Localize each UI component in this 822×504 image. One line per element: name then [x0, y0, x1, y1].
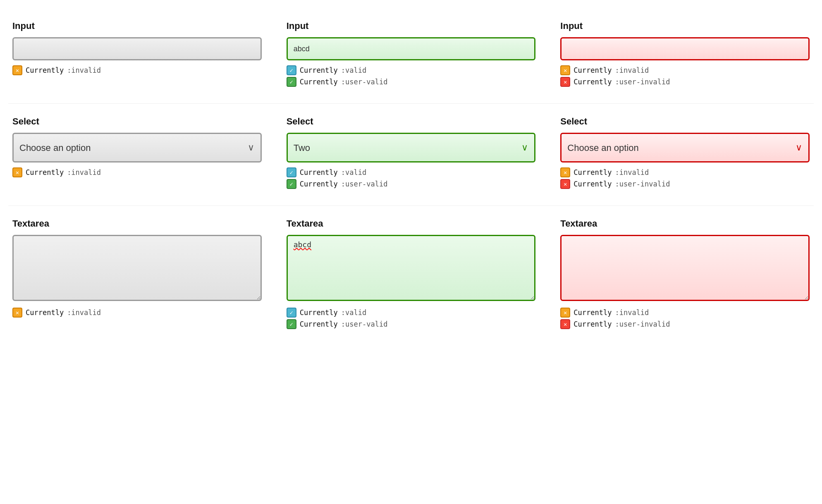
status-pseudo-textarea-valid-0: :valid — [341, 308, 366, 317]
status-list-textarea-neutral: ✕Currently :invalid — [12, 308, 262, 318]
textarea-field-textarea-neutral[interactable] — [12, 235, 262, 301]
section-title-select-user-invalid: Select — [560, 116, 810, 127]
status-badge-input-neutral-0: ✕ — [12, 65, 22, 75]
status-list-select-valid: ✓Currently :valid✓Currently :user-valid — [287, 167, 536, 189]
section-title-input-user-invalid: Input — [560, 21, 810, 31]
status-badge-select-valid-1: ✓ — [287, 179, 296, 189]
status-item-select-user-invalid-1: ✕Currently :user-invalid — [560, 179, 810, 189]
status-badge-select-user-invalid-0: ✕ — [560, 167, 570, 177]
status-pseudo-input-valid-1: :user-valid — [341, 78, 388, 86]
section-title-select-valid: Select — [287, 116, 536, 127]
select-wrapper-select-valid: Choose an optionOneTwoThree∨ — [287, 133, 536, 162]
status-pseudo-input-valid-0: :valid — [341, 66, 366, 74]
status-pseudo-input-user-invalid-1: :user-invalid — [615, 78, 670, 86]
section-title-input-valid: Input — [287, 21, 536, 31]
status-text-input-valid-0: Currently — [300, 66, 338, 74]
status-pseudo-select-user-invalid-1: :user-invalid — [615, 180, 670, 188]
select-wrapper-select-neutral: Choose an optionOneTwoThree∨ — [12, 133, 262, 162]
status-text-textarea-user-invalid-0: Currently — [573, 308, 612, 317]
status-badge-input-valid-1: ✓ — [287, 77, 296, 87]
status-pseudo-select-user-invalid-0: :invalid — [615, 168, 649, 177]
section-title-select-neutral: Select — [12, 116, 262, 127]
status-list-select-neutral: ✕Currently :invalid — [12, 167, 262, 177]
status-badge-select-valid-0: ✓ — [287, 167, 296, 177]
status-text-input-valid-1: Currently — [300, 78, 338, 86]
status-badge-textarea-valid-0: ✓ — [287, 308, 296, 318]
status-item-textarea-valid-0: ✓Currently :valid — [287, 308, 536, 318]
status-item-select-neutral-0: ✕Currently :invalid — [12, 167, 262, 177]
status-item-textarea-neutral-0: ✕Currently :invalid — [12, 308, 262, 318]
status-text-textarea-neutral-0: Currently — [26, 308, 64, 317]
status-item-input-user-invalid-0: ✕Currently :invalid — [560, 65, 810, 75]
status-text-select-user-invalid-0: Currently — [573, 168, 612, 177]
status-item-select-valid-0: ✓Currently :valid — [287, 167, 536, 177]
status-badge-textarea-valid-1: ✓ — [287, 319, 296, 329]
status-pseudo-textarea-user-invalid-0: :invalid — [615, 308, 649, 317]
status-text-input-neutral-0: Currently — [26, 66, 64, 74]
status-list-textarea-user-invalid: ✕Currently :invalid✕Currently :user-inva… — [560, 308, 810, 329]
cell-textarea-valid: Textarea✓Currently :valid✓Currently :use… — [282, 210, 540, 342]
status-badge-textarea-neutral-0: ✕ — [12, 308, 22, 318]
status-pseudo-textarea-neutral-0: :invalid — [67, 308, 101, 317]
textarea-field-textarea-valid[interactable] — [287, 235, 536, 301]
status-item-textarea-user-invalid-0: ✕Currently :invalid — [560, 308, 810, 318]
status-item-textarea-valid-1: ✓Currently :user-valid — [287, 319, 536, 329]
status-text-textarea-valid-0: Currently — [300, 308, 338, 317]
input-field-input-neutral[interactable] — [12, 37, 262, 60]
select-field-select-neutral[interactable]: Choose an optionOneTwoThree — [12, 133, 262, 162]
status-badge-input-user-invalid-0: ✕ — [560, 65, 570, 75]
status-item-select-user-invalid-0: ✕Currently :invalid — [560, 167, 810, 177]
input-field-input-user-invalid[interactable] — [560, 37, 810, 60]
status-badge-input-valid-0: ✓ — [287, 65, 296, 75]
cell-select-neutral: SelectChoose an optionOneTwoThree∨✕Curre… — [8, 108, 266, 201]
status-list-input-user-invalid: ✕Currently :invalid✕Currently :user-inva… — [560, 65, 810, 87]
main-grid: Input✕Currently :invalidInput✓Currently … — [8, 12, 814, 342]
status-badge-input-user-invalid-1: ✕ — [560, 77, 570, 87]
status-item-input-user-invalid-1: ✕Currently :user-invalid — [560, 77, 810, 87]
section-title-input-neutral: Input — [12, 21, 262, 31]
select-field-select-valid[interactable]: Choose an optionOneTwoThree — [287, 133, 536, 162]
select-field-select-user-invalid[interactable]: Choose an optionOneTwoThree — [560, 133, 810, 162]
input-field-input-valid[interactable] — [287, 37, 536, 60]
cell-input-user-invalid: Input✕Currently :invalid✕Currently :user… — [556, 12, 814, 99]
status-list-textarea-valid: ✓Currently :valid✓Currently :user-valid — [287, 308, 536, 329]
select-wrapper-select-user-invalid: Choose an optionOneTwoThree∨ — [560, 133, 810, 162]
section-title-textarea-user-invalid: Textarea — [560, 218, 810, 229]
section-title-textarea-valid: Textarea — [287, 218, 536, 229]
cell-textarea-neutral: Textarea✕Currently :invalid — [8, 210, 266, 342]
cell-input-neutral: Input✕Currently :invalid — [8, 12, 266, 99]
status-text-textarea-valid-1: Currently — [300, 320, 338, 328]
status-badge-textarea-user-invalid-0: ✕ — [560, 308, 570, 318]
status-item-input-valid-0: ✓Currently :valid — [287, 65, 536, 75]
status-badge-select-neutral-0: ✕ — [12, 167, 22, 177]
section-title-textarea-neutral: Textarea — [12, 218, 262, 229]
status-text-input-user-invalid-1: Currently — [573, 78, 612, 86]
status-text-textarea-user-invalid-1: Currently — [573, 320, 612, 328]
status-item-textarea-user-invalid-1: ✕Currently :user-invalid — [560, 319, 810, 329]
status-list-input-neutral: ✕Currently :invalid — [12, 65, 262, 75]
status-list-select-user-invalid: ✕Currently :invalid✕Currently :user-inva… — [560, 167, 810, 189]
status-text-select-valid-1: Currently — [300, 180, 338, 188]
status-pseudo-select-valid-0: :valid — [341, 168, 366, 177]
status-item-input-valid-1: ✓Currently :user-valid — [287, 77, 536, 87]
cell-select-user-invalid: SelectChoose an optionOneTwoThree∨✕Curre… — [556, 108, 814, 201]
status-text-input-user-invalid-0: Currently — [573, 66, 612, 74]
textarea-field-textarea-user-invalid[interactable] — [560, 235, 810, 301]
status-pseudo-input-neutral-0: :invalid — [67, 66, 101, 74]
status-badge-textarea-user-invalid-1: ✕ — [560, 319, 570, 329]
cell-select-valid: SelectChoose an optionOneTwoThree∨✓Curre… — [282, 108, 540, 201]
status-badge-select-user-invalid-1: ✕ — [560, 179, 570, 189]
row-divider-0 — [8, 103, 814, 104]
status-pseudo-textarea-valid-1: :user-valid — [341, 320, 388, 328]
status-pseudo-input-user-invalid-0: :invalid — [615, 66, 649, 74]
status-pseudo-select-neutral-0: :invalid — [67, 168, 101, 177]
cell-textarea-user-invalid: Textarea✕Currently :invalid✕Currently :u… — [556, 210, 814, 342]
status-pseudo-select-valid-1: :user-valid — [341, 180, 388, 188]
status-list-input-valid: ✓Currently :valid✓Currently :user-valid — [287, 65, 536, 87]
cell-input-valid: Input✓Currently :valid✓Currently :user-v… — [282, 12, 540, 99]
row-divider-1 — [8, 205, 814, 206]
status-item-select-valid-1: ✓Currently :user-valid — [287, 179, 536, 189]
status-item-input-neutral-0: ✕Currently :invalid — [12, 65, 262, 75]
status-text-select-user-invalid-1: Currently — [573, 180, 612, 188]
status-text-select-valid-0: Currently — [300, 168, 338, 177]
